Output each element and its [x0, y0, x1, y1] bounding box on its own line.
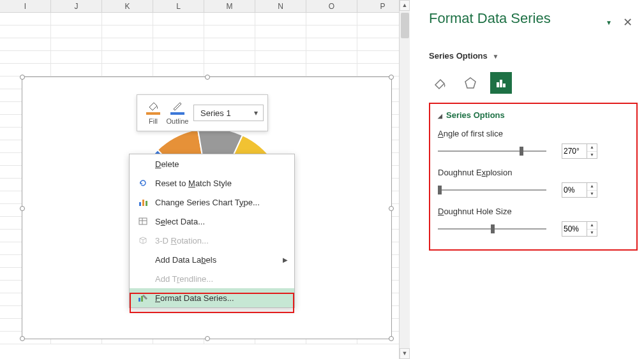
col-hdr-L[interactable]: L [153, 0, 204, 12]
ctx-delete[interactable]: Delete [130, 154, 294, 173]
col-hdr-K[interactable]: K [102, 0, 153, 12]
spin-down-icon[interactable]: ▼ [587, 230, 597, 237]
spin-up-icon[interactable]: ▲ [587, 222, 597, 230]
resize-handle[interactable] [389, 206, 394, 211]
col-hdr-N[interactable]: N [255, 0, 306, 12]
ctx-format-series[interactable]: Format Data Series... [130, 288, 294, 307]
resize-handle[interactable] [20, 336, 25, 341]
explosion-spinner[interactable]: ▲▼ [562, 182, 597, 198]
resize-handle[interactable] [389, 75, 394, 80]
pane-subtitle[interactable]: Series Options ▼ [429, 51, 638, 61]
explosion-slider[interactable] [438, 186, 546, 194]
explosion-row: Doughnut Explosion ▲▼ [438, 168, 625, 198]
angle-label: Angle of first slice [438, 129, 625, 138]
col-hdr-M[interactable]: M [204, 0, 255, 12]
reset-icon [136, 176, 150, 190]
mini-toolbar: Fill Outline Series 1 ▾ [137, 94, 268, 131]
context-menu: Delete Reset to Match Style Change Serie… [129, 154, 295, 308]
spin-down-icon[interactable]: ▼ [587, 152, 597, 159]
spin-up-icon[interactable]: ▲ [587, 144, 597, 152]
format-series-icon [136, 291, 150, 305]
ctx-add-trendline: Add Trendline... [130, 269, 294, 288]
fill-button[interactable]: Fill [141, 101, 165, 125]
hole-slider[interactable] [438, 224, 546, 233]
col-hdr-J[interactable]: J [51, 0, 102, 12]
col-hdr-O[interactable]: O [306, 0, 357, 12]
hole-spinner[interactable]: ▲▼ [562, 221, 597, 237]
resize-handle[interactable] [389, 336, 394, 341]
hole-label: Doughnut Hole Size [438, 207, 625, 216]
series-options-tab[interactable] [490, 72, 512, 94]
explosion-input[interactable] [562, 183, 587, 197]
close-icon[interactable]: ✕ [623, 15, 633, 29]
fill-line-tab[interactable] [429, 72, 451, 94]
pane-menu-button[interactable]: ▼ [606, 19, 612, 26]
effects-tab[interactable] [460, 72, 481, 94]
hole-row: Doughnut Hole Size ▲▼ [438, 207, 625, 237]
scroll-down-button[interactable]: ▼ [400, 348, 410, 359]
submenu-arrow-icon: ▶ [283, 256, 288, 263]
svg-rect-17 [503, 84, 505, 87]
svg-rect-7 [142, 200, 144, 206]
resize-handle[interactable] [20, 206, 25, 211]
angle-slider[interactable] [438, 147, 546, 156]
svg-marker-14 [465, 78, 476, 88]
series-selector[interactable]: Series 1 ▾ [193, 105, 264, 121]
format-pane: Format Data Series ▼ ✕ Series Options ▼ … [429, 10, 638, 251]
resize-handle[interactable] [20, 75, 25, 80]
svg-rect-12 [139, 298, 140, 302]
ctx-select-data[interactable]: Select Data... [130, 212, 294, 231]
pen-icon [172, 101, 183, 111]
fill-label: Fill [149, 117, 158, 125]
chart-type-icon [136, 195, 150, 209]
pane-category-icons [429, 72, 638, 94]
pane-subtitle-label: Series Options [429, 51, 488, 61]
ctx-add-labels[interactable]: Add Data Labels ▶ [130, 250, 294, 269]
col-hdr-I[interactable]: I [0, 0, 51, 12]
series-selector-value: Series 1 [200, 108, 231, 118]
scroll-thumb[interactable] [401, 13, 409, 38]
svg-rect-8 [146, 201, 147, 206]
outline-button[interactable]: Outline [165, 101, 190, 125]
resize-handle[interactable] [205, 75, 210, 80]
spin-down-icon[interactable]: ▼ [587, 191, 597, 198]
angle-spinner[interactable]: ▲▼ [562, 143, 597, 159]
spin-up-icon[interactable]: ▲ [587, 183, 597, 191]
angle-input[interactable] [562, 144, 587, 158]
svg-rect-13 [141, 296, 143, 302]
ctx-3d-rotation: 3-D Rotation... [130, 231, 294, 250]
hole-input[interactable] [562, 222, 587, 236]
chevron-down-icon: ▾ [254, 108, 258, 117]
svg-rect-16 [500, 80, 502, 87]
svg-rect-9 [139, 218, 147, 224]
svg-rect-6 [139, 202, 141, 206]
select-data-icon [136, 214, 150, 228]
series-options-section: Series Options Angle of first slice ▲▼ D… [429, 103, 638, 251]
explosion-label: Doughnut Explosion [438, 168, 625, 177]
column-headers: I J K L M N O P [0, 0, 409, 13]
angle-row: Angle of first slice ▲▼ [438, 129, 625, 159]
svg-rect-15 [497, 82, 499, 87]
scroll-up-button[interactable]: ▲ [400, 0, 410, 11]
vertical-scrollbar[interactable]: ▲ ▼ [399, 0, 410, 359]
chevron-down-icon: ▼ [492, 53, 498, 60]
outline-label: Outline [167, 117, 189, 125]
ctx-change-type[interactable]: Change Series Chart Type... [130, 193, 294, 212]
paint-bucket-icon [147, 101, 159, 111]
cube-icon [136, 233, 150, 247]
ctx-reset[interactable]: Reset to Match Style [130, 173, 294, 193]
resize-handle[interactable] [205, 336, 210, 341]
section-header[interactable]: Series Options [438, 110, 625, 120]
